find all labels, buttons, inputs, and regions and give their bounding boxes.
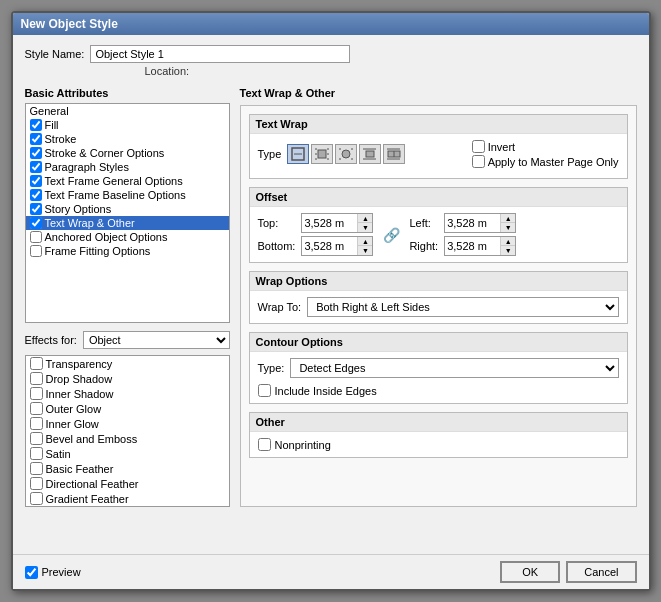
ok-button[interactable]: OK — [500, 561, 560, 583]
wrap-icon-no-wrap[interactable] — [287, 144, 309, 164]
checkbox-stroke[interactable] — [30, 133, 42, 145]
effect-item-transparency[interactable]: Transparency — [26, 356, 229, 371]
list-item-paragraph[interactable]: Paragraph Styles — [26, 160, 229, 174]
effect-item-drop_shadow[interactable]: Drop Shadow — [26, 371, 229, 386]
other-section: Other Nonprinting — [249, 412, 628, 458]
effect-label-drop_shadow: Drop Shadow — [46, 373, 113, 385]
list-item-anchored[interactable]: Anchored Object Options — [26, 230, 229, 244]
wrap-icon-bbox[interactable] — [311, 144, 333, 164]
effects-select[interactable]: ObjectFillStrokeText — [83, 331, 230, 349]
list-item-text_wrap[interactable]: Text Wrap & Other — [26, 216, 229, 230]
location-label: Location: — [145, 65, 190, 77]
checkbox-fill[interactable] — [30, 119, 42, 131]
bottom-value[interactable] — [302, 239, 357, 253]
left-down[interactable]: ▼ — [501, 223, 515, 232]
top-down[interactable]: ▼ — [358, 223, 372, 232]
effect-item-basic_feather[interactable]: Basic Feather — [26, 461, 229, 476]
effect-label-directional_feather: Directional Feather — [46, 478, 139, 490]
effect-checkbox-outer_glow[interactable] — [30, 402, 43, 415]
nonprinting-checkbox[interactable] — [258, 438, 271, 451]
list-item-frame_fitting[interactable]: Frame Fitting Options — [26, 244, 229, 258]
effect-item-inner_glow[interactable]: Inner Glow — [26, 416, 229, 431]
wrap-type-row: Type — [258, 140, 619, 168]
effect-label-transparency: Transparency — [46, 358, 113, 370]
include-edges-label: Include Inside Edges — [275, 385, 377, 397]
invert-checkbox[interactable] — [472, 140, 485, 153]
bottom-down[interactable]: ▼ — [358, 246, 372, 255]
label-general: General — [30, 105, 69, 117]
main-content: Basic Attributes GeneralFillStrokeStroke… — [25, 87, 637, 507]
wrap-to-label: Wrap To: — [258, 301, 302, 313]
effect-item-inner_shadow[interactable]: Inner Shadow — [26, 386, 229, 401]
list-item-fill[interactable]: Fill — [26, 118, 229, 132]
bottom-up[interactable]: ▲ — [358, 237, 372, 246]
wrap-type-label: Type — [258, 148, 282, 160]
effects-list[interactable]: TransparencyDrop ShadowInner ShadowOuter… — [25, 355, 230, 507]
effect-label-basic_feather: Basic Feather — [46, 463, 114, 475]
effect-checkbox-basic_feather[interactable] — [30, 462, 43, 475]
effect-label-satin: Satin — [46, 448, 71, 460]
preview-row: Preview — [25, 566, 81, 579]
dialog-body: Style Name: Location: Basic Attributes G… — [13, 35, 649, 554]
left-up[interactable]: ▲ — [501, 214, 515, 223]
top-label: Top: — [258, 217, 296, 229]
wrap-to-select[interactable]: Both Right & Left SidesRight SideLeft Si… — [307, 297, 618, 317]
effect-checkbox-inner_glow[interactable] — [30, 417, 43, 430]
style-name-input[interactable] — [90, 45, 350, 63]
effect-item-outer_glow[interactable]: Outer Glow — [26, 401, 229, 416]
effect-checkbox-directional_feather[interactable] — [30, 477, 43, 490]
checkbox-stroke_corner[interactable] — [30, 147, 42, 159]
right-input[interactable]: ▲ ▼ — [444, 236, 516, 256]
chain-link-icon[interactable]: 🔗 — [383, 220, 399, 250]
left-value[interactable] — [445, 216, 500, 230]
right-down[interactable]: ▼ — [501, 246, 515, 255]
checkbox-paragraph[interactable] — [30, 161, 42, 173]
list-item-tf_baseline[interactable]: Text Frame Baseline Options — [26, 188, 229, 202]
checkbox-story[interactable] — [30, 203, 42, 215]
master-checkbox[interactable] — [472, 155, 485, 168]
dialog: New Object Style Style Name: Location: B… — [11, 11, 651, 591]
checkbox-anchored[interactable] — [30, 231, 42, 243]
basic-attributes-title: Basic Attributes — [25, 87, 230, 99]
effect-checkbox-satin[interactable] — [30, 447, 43, 460]
checkbox-tf_baseline[interactable] — [30, 189, 42, 201]
list-item-general[interactable]: General — [26, 104, 229, 118]
contour-type-select[interactable]: Detect EdgesAlpha ChannelPhotoshop PathG… — [290, 358, 618, 378]
bottom-input[interactable]: ▲ ▼ — [301, 236, 373, 256]
top-input[interactable]: ▲ ▼ — [301, 213, 373, 233]
effect-item-gradient_feather[interactable]: Gradient Feather — [26, 491, 229, 506]
effect-checkbox-inner_shadow[interactable] — [30, 387, 43, 400]
wrap-icon-object[interactable] — [335, 144, 357, 164]
preview-label: Preview — [42, 566, 81, 578]
wrap-icon-jump[interactable] — [359, 144, 381, 164]
list-item-stroke_corner[interactable]: Stroke & Corner Options — [26, 146, 229, 160]
label-paragraph: Paragraph Styles — [45, 161, 129, 173]
right-value[interactable] — [445, 239, 500, 253]
effect-item-satin[interactable]: Satin — [26, 446, 229, 461]
wrap-to-row: Wrap To: Both Right & Left SidesRight Si… — [258, 297, 619, 317]
title-bar: New Object Style — [13, 13, 649, 35]
effect-checkbox-transparency[interactable] — [30, 357, 43, 370]
effect-checkbox-drop_shadow[interactable] — [30, 372, 43, 385]
top-value[interactable] — [302, 216, 357, 230]
effect-checkbox-gradient_feather[interactable] — [30, 492, 43, 505]
effect-item-directional_feather[interactable]: Directional Feather — [26, 476, 229, 491]
basic-attributes-list[interactable]: GeneralFillStrokeStroke & Corner Options… — [25, 103, 230, 323]
list-item-stroke[interactable]: Stroke — [26, 132, 229, 146]
list-item-tf_general[interactable]: Text Frame General Options — [26, 174, 229, 188]
include-edges-checkbox[interactable] — [258, 384, 271, 397]
checkbox-tf_general[interactable] — [30, 175, 42, 187]
left-input[interactable]: ▲ ▼ — [444, 213, 516, 233]
top-up[interactable]: ▲ — [358, 214, 372, 223]
checkbox-frame_fitting[interactable] — [30, 245, 42, 257]
preview-checkbox[interactable] — [25, 566, 38, 579]
nonprinting-label: Nonprinting — [275, 439, 331, 451]
checkbox-text_wrap[interactable] — [30, 217, 42, 229]
wrap-icon-next-col[interactable] — [383, 144, 405, 164]
effect-item-bevel_emboss[interactable]: Bevel and Emboss — [26, 431, 229, 446]
cancel-button[interactable]: Cancel — [566, 561, 636, 583]
effect-checkbox-bevel_emboss[interactable] — [30, 432, 43, 445]
list-item-story[interactable]: Story Options — [26, 202, 229, 216]
nonprinting-row: Nonprinting — [250, 432, 627, 457]
right-up[interactable]: ▲ — [501, 237, 515, 246]
